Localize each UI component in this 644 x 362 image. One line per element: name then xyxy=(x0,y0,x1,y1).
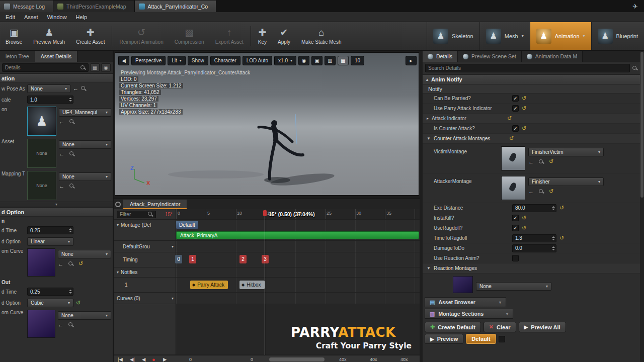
reaction-montage-dropdown[interactable]: None ▾ xyxy=(476,282,551,291)
notifies-header-lane[interactable] xyxy=(176,267,420,277)
tab-thirdperson-map[interactable]: ThirdPersonExampleMap xyxy=(53,1,134,12)
notifies-header[interactable]: ▾ Notifies xyxy=(114,267,176,277)
category-notify[interactable]: Notify xyxy=(423,84,640,94)
details-search-box[interactable] xyxy=(425,64,630,72)
mapping-dropdown[interactable]: None ▾ xyxy=(59,172,111,181)
blend-out-curve-thumbnail[interactable] xyxy=(27,310,55,338)
use-selected-icon[interactable]: ← xyxy=(59,119,64,125)
reset-to-default-icon[interactable]: ↺ xyxy=(559,205,564,211)
details-search-input[interactable] xyxy=(5,65,78,70)
tab-message-log[interactable]: Message Log xyxy=(0,1,53,12)
character-dropdown[interactable]: Character xyxy=(210,56,240,65)
lod-dropdown[interactable]: LOD Auto xyxy=(243,56,272,65)
visibility-icon[interactable]: ◉ xyxy=(101,63,111,72)
expander-icon[interactable]: ▸ xyxy=(427,116,429,121)
notify-lane[interactable]: ◆ Parry Attack ◆ Hitbox xyxy=(176,278,420,292)
spinner-icon[interactable] xyxy=(66,290,72,294)
spinner-icon[interactable] xyxy=(66,228,72,232)
snap-icon[interactable]: ▥ xyxy=(325,56,336,65)
timing-marker-0[interactable]: 0 xyxy=(175,255,182,263)
menu-asset[interactable]: Asset xyxy=(20,13,43,22)
spinner-icon[interactable] xyxy=(66,98,72,102)
reaction-montages-row[interactable]: ▼ Reaction Montages xyxy=(423,263,640,274)
reset-to-default-icon[interactable]: ↺ xyxy=(507,115,512,122)
curves-header[interactable]: Curves (0) ▾ xyxy=(114,293,176,304)
attack-indicator-row[interactable]: ▸ Attack Indicator ↺ xyxy=(423,114,640,124)
browse-to-asset-icon[interactable] xyxy=(69,184,74,189)
blend-out-time-input[interactable]: 0.25 xyxy=(27,288,73,296)
curves-lane[interactable] xyxy=(176,293,420,304)
browse-to-asset-icon[interactable] xyxy=(68,322,73,327)
timeline-scrollbar[interactable] xyxy=(269,357,325,361)
mode-blueprint-button[interactable]: ♟ Blueprint xyxy=(591,22,644,50)
preview-viewport[interactable]: ◀ Perspective Lit ▾ Show Character LOD A… xyxy=(115,52,419,196)
preview-asset-thumbnail[interactable]: None xyxy=(27,139,56,168)
reset-to-default-icon[interactable]: ↺ xyxy=(549,158,553,165)
timeline-filter-input[interactable] xyxy=(120,212,145,217)
tab-asset-details[interactable]: Asset Details xyxy=(35,51,77,62)
browse-to-asset-icon[interactable] xyxy=(68,261,73,266)
playhead[interactable] xyxy=(265,210,265,355)
spinner-icon[interactable] xyxy=(549,206,555,210)
browse-to-asset-icon[interactable] xyxy=(69,151,74,156)
browse-to-asset-icon[interactable] xyxy=(81,86,86,91)
details-scrollbar[interactable] xyxy=(640,51,644,362)
browse-to-asset-icon[interactable] xyxy=(539,189,544,194)
browse-to-asset-icon[interactable] xyxy=(539,159,544,164)
reset-to-default-icon[interactable]: ↺ xyxy=(522,105,526,112)
is-counter-attack-checkbox[interactable]: ✓ xyxy=(512,125,519,132)
tab-skeleton-tree[interactable]: leton Tree xyxy=(0,51,35,62)
attacker-montage-thumbnail[interactable] xyxy=(501,176,525,200)
panel-splitter[interactable]: ▾ xyxy=(0,202,113,207)
mode-skeleton-button[interactable]: ♟ Skeleton xyxy=(427,22,479,50)
reset-to-default-icon[interactable]: ↺ xyxy=(522,125,526,132)
mapping-thumbnail[interactable]: None xyxy=(27,171,56,200)
chevron-down-icon[interactable]: ▾ xyxy=(172,296,174,301)
reimport-animation-button[interactable]: ↺ Reimport Animation xyxy=(114,22,169,50)
scale-input[interactable]: 1.0 xyxy=(27,96,73,104)
use-selected-icon[interactable]: ← xyxy=(528,189,534,195)
section-animation[interactable]: ation xyxy=(0,73,113,83)
tab-montage-sections[interactable]: ▥ Montage Sections ▾ xyxy=(425,309,513,319)
scrollbar-thumb[interactable] xyxy=(640,52,643,198)
grid-size-field[interactable]: 10 xyxy=(351,56,364,65)
perspective-dropdown[interactable]: Perspective xyxy=(131,56,166,65)
tab-attack-parryindicator-montage[interactable]: Attack_ParryIndicator xyxy=(123,200,187,209)
use-selected-icon[interactable]: ← xyxy=(528,159,534,165)
reaction-montage-thumbnail[interactable] xyxy=(453,276,473,293)
timing-marker-1[interactable]: 1 xyxy=(189,255,196,263)
play-button[interactable]: ▶ xyxy=(163,356,167,362)
montage-section-lane[interactable]: Default xyxy=(176,220,420,230)
blend-in-curve-dropdown[interactable]: None ▾ xyxy=(58,250,111,258)
section-loop-checkbox[interactable] xyxy=(499,336,505,342)
clear-button[interactable]: ✕ Clear xyxy=(484,322,516,332)
details-search-input[interactable] xyxy=(428,65,627,71)
tab-details[interactable]: Details xyxy=(423,51,458,62)
details-search-box[interactable] xyxy=(2,63,89,72)
use-selected-icon[interactable]: ← xyxy=(58,322,63,328)
view-options-icon[interactable]: ▦ xyxy=(90,63,100,72)
browse-to-asset-icon[interactable] xyxy=(69,119,74,124)
preview-pose-dropdown[interactable]: None ▾ xyxy=(27,84,70,93)
can-be-parried-checkbox[interactable]: ✓ xyxy=(512,95,519,102)
timeline-filter-box[interactable] xyxy=(117,211,156,218)
menu-help[interactable]: Help xyxy=(71,13,92,22)
useragdoll-checkbox[interactable]: ✓ xyxy=(512,225,519,231)
reset-to-default-icon[interactable]: ↺ xyxy=(76,300,80,306)
montage-slot-header[interactable] xyxy=(114,230,176,240)
default-section-button[interactable]: Default xyxy=(466,334,496,344)
reset-to-default-icon[interactable]: ↺ xyxy=(522,225,526,231)
export-asset-button[interactable]: ↑ Export Asset xyxy=(210,22,249,50)
skeleton-thumbnail[interactable]: ♟ xyxy=(27,107,56,136)
expander-icon[interactable]: ▼ xyxy=(427,266,431,270)
menu-window[interactable]: Window xyxy=(42,13,71,22)
compression-button[interactable]: ▩ Compression xyxy=(169,22,210,50)
section-default-chip[interactable]: Default xyxy=(176,221,198,229)
play-reverse-button[interactable]: ◀ xyxy=(142,356,145,362)
playback-speed-dropdown[interactable]: x1.0 ▾ xyxy=(274,56,296,65)
default-group-header[interactable]: DefaultGrou ▾ xyxy=(114,241,176,252)
blend-in-time-input[interactable]: 0.25 xyxy=(27,226,73,234)
mode-mesh-button[interactable]: ♟ Mesh ▾ xyxy=(479,22,530,50)
viewport-overflow-button[interactable]: ▸ xyxy=(406,56,417,65)
notify-hitbox[interactable]: ◆ Hitbox xyxy=(239,281,265,289)
